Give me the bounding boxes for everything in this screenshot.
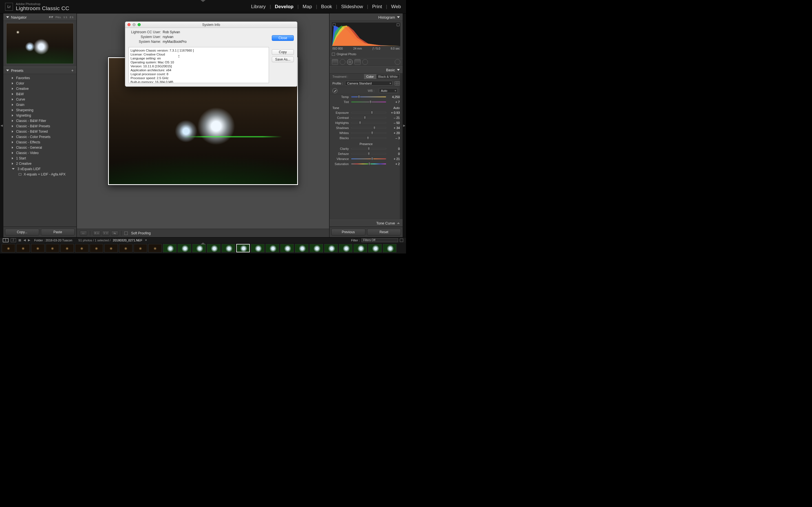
module-print[interactable]: Print <box>372 4 382 10</box>
slider-track[interactable] <box>351 127 386 128</box>
treatment-segment[interactable]: Color Black & White <box>364 74 400 79</box>
preset-group[interactable]: Classic - Video <box>3 150 77 156</box>
filmstrip-thumb[interactable] <box>295 244 308 252</box>
filmstrip-thumb[interactable] <box>60 244 74 252</box>
filmstrip-thumb[interactable] <box>163 244 176 252</box>
slider-exposure[interactable]: Exposure+ 0.93 <box>329 110 403 115</box>
current-filename[interactable]: 20180320_0271.NEF <box>113 238 142 242</box>
slider-track[interactable] <box>351 112 386 113</box>
original-photo-checkbox[interactable] <box>332 53 335 56</box>
window-close-icon[interactable] <box>128 23 131 26</box>
slider-blacks[interactable]: Blacks– 3 <box>329 135 403 140</box>
spot-removal-tool[interactable] <box>340 59 345 65</box>
filmstrip-thumb[interactable] <box>251 244 264 252</box>
basic-header[interactable]: Basic <box>329 66 403 73</box>
top-panel-gripper[interactable] <box>200 0 206 2</box>
slider-handle[interactable] <box>368 152 370 156</box>
profile-browser-icon[interactable] <box>395 81 400 86</box>
grid-view-icon[interactable]: ▦ <box>18 238 21 242</box>
wb-dropdown[interactable]: Auto <box>379 88 398 93</box>
filmstrip-thumb[interactable] <box>354 244 367 252</box>
preset-group[interactable]: 3 xEquals LIDF <box>3 166 77 172</box>
preset-group[interactable]: Classic - Effects <box>3 139 77 145</box>
slider-track[interactable] <box>351 96 386 98</box>
graduated-filter-tool[interactable] <box>354 59 361 65</box>
slider-handle[interactable] <box>359 121 361 124</box>
slider-handle[interactable] <box>368 162 370 166</box>
slider-temp[interactable]: Temp4,250 <box>329 94 403 100</box>
filmstrip-thumb[interactable] <box>177 244 191 252</box>
module-develop[interactable]: Develop <box>275 4 294 10</box>
filmstrip-thumb[interactable] <box>46 244 59 252</box>
filmstrip-thumb[interactable] <box>75 244 89 252</box>
system-info-textarea[interactable]: Lightroom Classic version: 7.3.1 [ 11676… <box>129 47 269 83</box>
filmstrip-thumb[interactable] <box>134 244 147 252</box>
filmstrip-thumb[interactable] <box>266 244 279 252</box>
previous-button[interactable]: Previous <box>331 229 365 235</box>
before-after-swap-button[interactable]: ⇆ <box>111 231 118 236</box>
nav-back-icon[interactable]: ◀ <box>23 238 26 242</box>
paste-settings-button[interactable]: Paste <box>41 229 75 235</box>
slider-track[interactable] <box>351 117 386 118</box>
slider-contrast[interactable]: Contrast– 21 <box>329 115 403 120</box>
slider-track[interactable] <box>351 163 386 165</box>
filmstrip-thumb[interactable] <box>383 244 396 252</box>
left-panel-gripper[interactable]: ◀ <box>0 13 3 237</box>
radial-filter-tool[interactable] <box>362 59 368 65</box>
slider-track[interactable] <box>351 137 386 138</box>
slider-handle[interactable] <box>371 111 373 114</box>
right-panel-gripper[interactable]: ▶ <box>403 13 406 237</box>
slider-track[interactable] <box>351 132 386 133</box>
filmstrip-thumb[interactable] <box>280 244 294 252</box>
filmstrip-thumb[interactable] <box>104 244 118 252</box>
preset-group[interactable]: Classic - B&W Filter <box>3 118 77 123</box>
slider-value[interactable]: 0 <box>389 147 400 151</box>
preset-group[interactable]: Favorites <box>3 75 77 80</box>
preset-item[interactable]: X-equals + LIDF - Agfa APX <box>3 172 77 177</box>
filmstrip-thumb[interactable] <box>236 244 250 252</box>
filmstrip-thumb[interactable] <box>339 244 352 252</box>
histogram[interactable] <box>332 22 400 46</box>
slider-value[interactable]: + 0.93 <box>389 111 400 114</box>
slider-track[interactable] <box>351 101 386 103</box>
folder-name[interactable]: 2018-03-20 Tuscon <box>45 238 72 242</box>
zoom-mode-1:1[interactable]: 1:1 <box>63 16 67 18</box>
treatment-color[interactable]: Color <box>364 74 376 79</box>
crop-tool[interactable] <box>332 59 338 65</box>
preset-group[interactable]: Curve <box>3 97 77 102</box>
module-library[interactable]: Library <box>251 4 266 10</box>
preset-group[interactable]: Grain <box>3 102 77 107</box>
preset-group[interactable]: Sharpening <box>3 107 77 113</box>
slider-handle[interactable] <box>371 157 373 161</box>
slider-clarity[interactable]: Clarity0 <box>329 146 403 151</box>
dialog-saveas-button[interactable]: Save As... <box>272 57 294 62</box>
copy-settings-button[interactable]: Copy... <box>5 229 39 235</box>
nav-fwd-icon[interactable]: ▶ <box>28 238 30 242</box>
preset-group[interactable]: Color <box>3 80 77 86</box>
slider-dehaze[interactable]: Dehaze0 <box>329 151 403 156</box>
filmstrip-thumb[interactable] <box>2 244 15 252</box>
filmstrip-gripper[interactable] <box>200 242 206 244</box>
filename-dropdown-icon[interactable]: ▾ <box>145 238 147 242</box>
slider-handle[interactable] <box>364 116 366 119</box>
slider-track[interactable] <box>351 122 386 123</box>
dialog-close-button[interactable]: Close <box>272 35 294 41</box>
slider-value[interactable]: 0 <box>389 152 400 156</box>
slider-track[interactable] <box>351 158 386 159</box>
tone-auto-button[interactable]: Auto <box>393 106 400 110</box>
filter-lock-icon[interactable] <box>400 238 403 242</box>
slider-value[interactable]: 4,250 <box>389 95 400 99</box>
preset-group[interactable]: 1 Start <box>3 156 77 161</box>
window-zoom-icon[interactable] <box>138 23 141 26</box>
right-panel-scrollbar[interactable] <box>400 73 403 219</box>
navigator-thumbnail[interactable] <box>6 23 73 64</box>
filmstrip-thumb[interactable] <box>324 244 338 252</box>
dialog-copy-button[interactable]: Copy <box>272 49 294 55</box>
slider-handle[interactable] <box>358 95 360 99</box>
slider-handle[interactable] <box>367 136 369 140</box>
screen-2-badge[interactable]: 2 <box>11 238 16 242</box>
slider-highlights[interactable]: Highlights– 50 <box>329 120 403 125</box>
preset-group[interactable]: B&W <box>3 91 77 97</box>
slider-value[interactable]: + 21 <box>389 157 400 161</box>
histogram-header[interactable]: Histogram <box>329 13 403 21</box>
